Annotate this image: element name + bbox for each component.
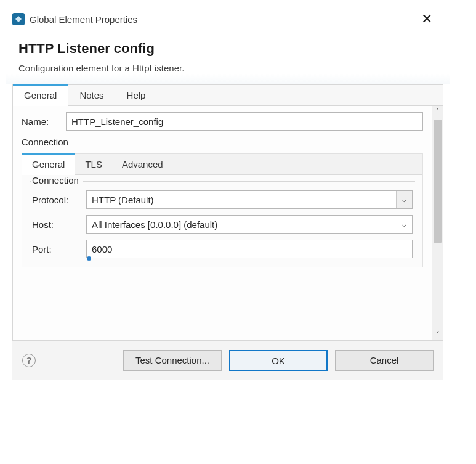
button-bar: ? Test Connection... OK Cancel [12,341,443,380]
cancel-button[interactable]: Cancel [335,350,434,371]
connection-fieldset: Connection Protocol: HTTP (Default) ⌵ [30,181,415,258]
name-input[interactable] [66,112,423,131]
protocol-select[interactable]: HTTP (Default) ⌵ [86,190,413,209]
inner-tabs: General TLS Advanced [22,154,422,175]
scrollbar-thumb[interactable] [434,120,442,243]
protocol-value: HTTP (Default) [87,195,396,205]
inner-tab-general[interactable]: General [22,153,75,175]
tab-general[interactable]: General [13,84,68,106]
port-row: Port: [32,240,413,258]
chevron-down-icon[interactable]: ⌵ [396,216,412,233]
scroll-up-icon[interactable]: ˄ [432,108,443,115]
dialog-window: Global Element Properties ✕ HTTP Listene… [6,5,450,380]
info-icon [87,256,91,261]
page-subtitle: Configuration element for a HttpListener… [18,63,437,73]
port-label: Port: [32,244,80,254]
close-icon[interactable]: ✕ [413,11,441,27]
host-value: All Interfaces [0.0.0.0] (default) [87,219,396,230]
host-row: Host: All Interfaces [0.0.0.0] (default)… [32,215,413,234]
fieldset-body: Protocol: HTTP (Default) ⌵ Host: [30,190,415,258]
host-select[interactable]: All Interfaces [0.0.0.0] (default) ⌵ [86,215,413,234]
scroll-down-icon[interactable]: ˅ [432,331,443,338]
port-input[interactable] [86,240,413,258]
titlebar: Global Element Properties ✕ [6,5,450,30]
scrollbar[interactable]: ˄ ˅ [432,106,443,340]
scroll-body: Name: Connection General TLS Advanced Co… [13,106,432,340]
connection-panel: General TLS Advanced Connection Protocol… [22,153,423,267]
protocol-row: Protocol: HTTP (Default) ⌵ [32,190,413,209]
scroll-region: Name: Connection General TLS Advanced Co… [13,106,443,340]
app-icon [12,13,25,25]
help-icon[interactable]: ? [22,354,36,367]
name-label: Name: [22,116,60,127]
ok-button[interactable]: OK [229,350,328,371]
tab-help[interactable]: Help [116,85,158,105]
chevron-down-icon[interactable]: ⌵ [396,191,412,208]
host-label: Host: [32,219,80,230]
window-title: Global Element Properties [30,14,408,25]
connection-section-label: Connection [22,137,423,147]
form-area: Name: Connection General TLS Advanced Co… [13,106,432,277]
main-tabs: General Notes Help [13,85,443,106]
name-row: Name: [22,112,423,131]
header-area: HTTP Listener config Configuration eleme… [6,30,450,84]
protocol-label: Protocol: [32,195,80,205]
page-title: HTTP Listener config [18,41,437,57]
content-panel: General Notes Help Name: Connection Gene… [12,84,443,341]
fieldset-legend: Connection [31,175,83,185]
inner-tab-advanced[interactable]: Advanced [112,154,173,174]
test-connection-button[interactable]: Test Connection... [123,350,222,371]
tab-notes[interactable]: Notes [68,85,115,105]
svg-marker-0 [15,16,22,22]
inner-tab-tls[interactable]: TLS [75,154,112,174]
